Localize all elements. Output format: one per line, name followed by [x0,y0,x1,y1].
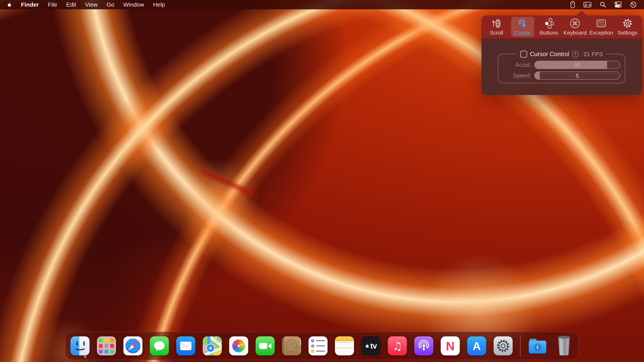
contacts-icon [282,336,301,356]
cursor-panel: Cursor Control ? 21 FPS Accel: 68 Speed:… [482,38,642,95]
menu-bar-left: Finder File Edit View Go Window Help [0,0,165,9]
tab-buttons[interactable]: Buttons [538,17,560,37]
scroll-wheel-icon [491,18,502,29]
maps-icon [203,336,222,356]
dock-item-appstore[interactable]: A [467,336,486,356]
menu-go[interactable]: Go [106,0,114,9]
messages-icon [150,336,169,356]
cursor-control-label: Cursor Control [530,51,569,58]
tab-keyboard[interactable]: ⌘ Keyboard [564,17,586,37]
slash-circle-icon[interactable] [630,1,636,8]
dock-item-trash[interactable] [554,336,574,356]
trash-icon [558,336,570,356]
dock-item-contacts[interactable] [282,336,301,356]
facetime-icon [256,336,275,356]
mouse-settings-popover: Scroll Cursor Buttons [482,15,642,95]
speed-label: Speed: [498,72,531,79]
tab-scroll-label: Scroll [490,30,503,36]
mail-icon [176,336,196,356]
tab-buttons-label: Buttons [540,30,558,36]
menu-window[interactable]: Window [123,0,144,9]
accel-slider[interactable]: 68 [534,61,620,69]
dock: tv ♫ N A [65,332,579,360]
photos-icon [229,336,248,356]
fps-readout: 21 FPS [584,51,603,57]
dock-item-mail[interactable] [176,336,196,356]
dock-item-maps[interactable] [203,336,222,356]
dock-item-downloads[interactable]: ↓ [528,336,547,356]
tab-exception-label: Exception [589,30,613,36]
dock-item-facetime[interactable] [256,336,275,356]
accel-slider-value: 68 [535,61,620,69]
app-store-icon: A [467,336,486,356]
accel-label: Accel: [498,62,531,68]
speed-slider-value: 5 [535,72,620,79]
apple-menu-icon[interactable] [7,2,12,7]
tab-keyboard-label: Keyboard [563,30,587,36]
dock-item-notes[interactable] [335,336,354,356]
dock-item-finder[interactable] [70,336,90,356]
help-icon[interactable]: ? [572,51,578,57]
tab-settings[interactable]: Settings [616,17,639,37]
launchpad-icon [97,336,116,356]
tv-icon: tv [362,336,380,356]
finder-running-indicator [84,356,86,358]
finder-icon [70,336,90,356]
speed-slider[interactable]: 5 [534,71,620,80]
dock-separator [520,335,521,357]
system-settings-icon [494,336,513,356]
tab-scroll[interactable]: Scroll [485,17,508,37]
tab-cursor[interactable]: Cursor [511,17,534,37]
cursor-control-group: Cursor Control ? 21 FPS Accel: 68 Speed:… [498,54,625,83]
music-icon: ♫ [388,336,407,356]
dock-item-system-settings[interactable] [494,336,513,356]
svg-text:⌘: ⌘ [588,3,591,7]
cursor-control-header: Cursor Control ? 21 FPS [517,50,606,58]
mouse-icon[interactable] [570,1,575,8]
menu-app-finder[interactable]: Finder [21,0,39,9]
command-circle-icon: ⌘ [570,18,580,29]
dock-item-podcasts[interactable] [414,336,434,356]
dock-item-reminders[interactable] [308,336,328,356]
menu-bar: Finder File Edit View Go Window Help ⌘ [0,0,644,9]
speed-row: Speed: 5 [498,71,625,80]
svg-text:⌘: ⌘ [572,20,578,27]
accel-row: Accel: 68 [498,61,625,69]
mouse-buttons-icon [544,18,554,29]
menu-view[interactable]: View [85,0,98,9]
dock-item-news[interactable]: N [441,336,460,356]
download-arrow-icon: ↓ [534,343,541,351]
spotlight-icon[interactable] [600,1,606,8]
dock-item-messages[interactable] [150,336,169,356]
menu-bar-status: ⌘ [570,0,644,9]
gear-icon [622,18,633,29]
control-center-icon[interactable] [614,1,622,8]
cursor-click-icon [517,18,528,29]
keyboard-grid-icon [596,18,607,29]
tab-exception[interactable]: Exception [590,17,613,37]
notes-icon [335,336,354,356]
dock-item-launchpad[interactable] [97,336,116,356]
dock-item-music[interactable]: ♫ [388,336,407,356]
menu-file[interactable]: File [48,0,57,9]
tab-cursor-label: Cursor [514,30,531,36]
news-icon: N [441,336,460,356]
podcasts-icon [414,336,434,356]
dock-item-safari[interactable] [124,336,142,356]
menu-edit[interactable]: Edit [66,0,76,9]
tab-settings-label: Settings [618,30,637,36]
safari-icon [124,336,142,356]
dock-item-tv[interactable]: tv [362,336,380,356]
reminders-icon [308,336,328,356]
popover-tab-bar: Scroll Cursor Buttons [482,15,642,38]
menu-help[interactable]: Help [153,0,165,9]
dock-item-photos[interactable] [229,336,248,356]
cursor-control-checkbox[interactable] [520,51,527,58]
keyboard-viewer-icon[interactable]: ⌘ [583,1,592,8]
